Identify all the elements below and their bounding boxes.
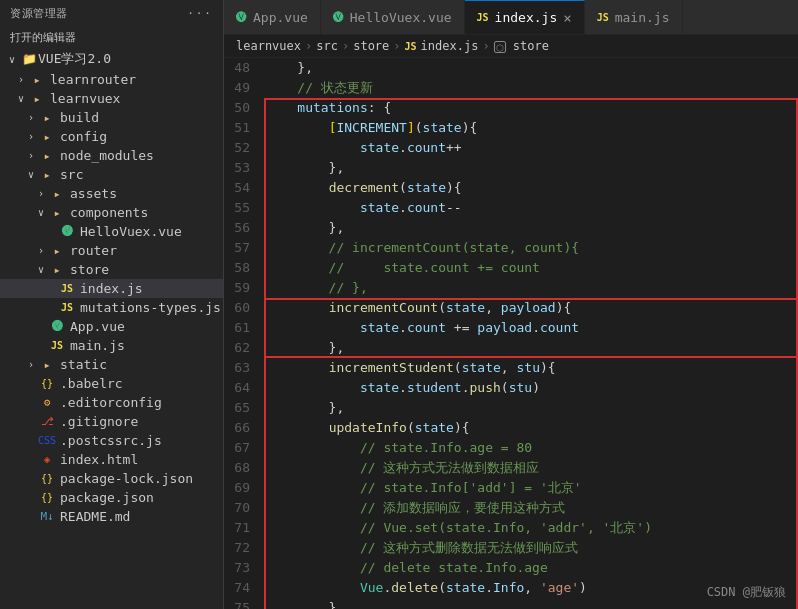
folder-arrow-icon: › bbox=[34, 245, 48, 256]
tab-index-js[interactable]: JSindex.js× bbox=[465, 0, 585, 34]
line-number: 58 bbox=[224, 258, 266, 278]
sidebar-item-node_modules[interactable]: ›▸node_modules bbox=[0, 146, 223, 165]
sidebar-item-label: .postcssrc.js bbox=[60, 433, 223, 448]
folder-icon: ▸ bbox=[38, 358, 56, 372]
token: . bbox=[399, 380, 407, 395]
token: ( bbox=[407, 420, 415, 435]
line-row: 68 // 这种方式无法做到数据相应 bbox=[224, 458, 798, 478]
line-number: 60 bbox=[224, 298, 266, 318]
line-row: 61 state.count += payload.count bbox=[224, 318, 798, 338]
sidebar-item-package-lock.json[interactable]: {}package-lock.json bbox=[0, 469, 223, 488]
sidebar-item-.babelrc[interactable]: {}.babelrc bbox=[0, 374, 223, 393]
token: // incrementCount(state, count){ bbox=[266, 240, 579, 255]
folder-icon: ▸ bbox=[48, 263, 66, 277]
token: state bbox=[360, 140, 399, 155]
token: }, bbox=[266, 60, 321, 75]
tab-hello-vuex[interactable]: 🅥HelloVuex.vue bbox=[321, 0, 465, 34]
token: 'age' bbox=[540, 580, 579, 595]
token: ++ bbox=[446, 140, 462, 155]
tab-main-js[interactable]: JSmain.js bbox=[585, 0, 683, 34]
line-number: 75 bbox=[224, 598, 266, 609]
tab-app-vue[interactable]: 🅥App.vue bbox=[224, 0, 321, 34]
line-content: state.student.push(stu) bbox=[266, 378, 798, 398]
line-number: 68 bbox=[224, 458, 266, 478]
token: state bbox=[446, 300, 485, 315]
sidebar-item-learnvuex[interactable]: ∨▸learnvuex bbox=[0, 89, 223, 108]
token: count bbox=[407, 140, 446, 155]
line-content: }, bbox=[266, 218, 798, 238]
token: ){ bbox=[540, 360, 556, 375]
tab-label: App.vue bbox=[253, 10, 308, 25]
line-content: // }, bbox=[266, 278, 798, 298]
sidebar-item-store[interactable]: ∨▸store bbox=[0, 260, 223, 279]
breadcrumb-file: index.js bbox=[421, 39, 479, 53]
sidebar-item-HelloVuex.vue[interactable]: 🅥HelloVuex.vue bbox=[0, 222, 223, 241]
line-number: 54 bbox=[224, 178, 266, 198]
line-row: 53 }, bbox=[224, 158, 798, 178]
sidebar-item-static[interactable]: ›▸static bbox=[0, 355, 223, 374]
sidebar-item-index.html[interactable]: ◈index.html bbox=[0, 450, 223, 469]
line-number: 61 bbox=[224, 318, 266, 338]
line-row: 62 }, bbox=[224, 338, 798, 358]
sidebar-item-index.js[interactable]: JSindex.js bbox=[0, 279, 223, 298]
line-number: 74 bbox=[224, 578, 266, 598]
tab-js-icon: JS bbox=[477, 12, 489, 23]
token: INCREMENT bbox=[336, 120, 406, 135]
sidebar-item-config[interactable]: ›▸config bbox=[0, 127, 223, 146]
token: payload bbox=[477, 320, 532, 335]
sidebar-item-label: package.json bbox=[60, 490, 223, 505]
line-row: 72 // 这种方式删除数据无法做到响应式 bbox=[224, 538, 798, 558]
sidebar-item-learnrouter[interactable]: ›▸learnrouter bbox=[0, 70, 223, 89]
sidebar-item-src[interactable]: ∨▸src bbox=[0, 165, 223, 184]
sidebar-item-.postcssrc.js[interactable]: CSS.postcssrc.js bbox=[0, 431, 223, 450]
sidebar-item-label: index.js bbox=[80, 281, 223, 296]
token: count bbox=[540, 320, 579, 335]
token: mutations bbox=[297, 100, 367, 115]
sidebar-item-mutations-types.js[interactable]: JSmutations-types.js bbox=[0, 298, 223, 317]
sidebar-item-main.js[interactable]: JSmain.js bbox=[0, 336, 223, 355]
token: state bbox=[360, 380, 399, 395]
sidebar-item-components[interactable]: ∨▸components bbox=[0, 203, 223, 222]
line-row: 49 // 状态更新 bbox=[224, 78, 798, 98]
token: }, bbox=[266, 400, 344, 415]
sidebar-title: 资源管理器 bbox=[10, 6, 68, 21]
line-number: 55 bbox=[224, 198, 266, 218]
token: state bbox=[407, 180, 446, 195]
sidebar-item-package.json[interactable]: {}package.json bbox=[0, 488, 223, 507]
json-icon: {} bbox=[38, 492, 56, 503]
line-row: 54 decrement(state){ bbox=[224, 178, 798, 198]
token bbox=[266, 300, 329, 315]
line-content: state.count += payload.count bbox=[266, 318, 798, 338]
sidebar-item-assets[interactable]: ›▸assets bbox=[0, 184, 223, 203]
sidebar-item-label: .editorconfig bbox=[60, 395, 223, 410]
sidebar-more-icon[interactable]: ··· bbox=[187, 7, 213, 20]
line-row: 56 }, bbox=[224, 218, 798, 238]
sidebar-item-label: store bbox=[70, 262, 223, 277]
token: state bbox=[360, 320, 399, 335]
sidebar-item-build[interactable]: ›▸build bbox=[0, 108, 223, 127]
json-icon: {} bbox=[38, 473, 56, 484]
sidebar-item-label: assets bbox=[70, 186, 223, 201]
line-row: 69 // state.Info['add'] = '北京' bbox=[224, 478, 798, 498]
sidebar-item-label: mutations-types.js bbox=[80, 300, 223, 315]
token: count bbox=[407, 200, 446, 215]
folder-icon: ▸ bbox=[38, 149, 56, 163]
sidebar-item-project[interactable]: ∨📁VUE学习2.0 bbox=[0, 48, 223, 70]
token bbox=[266, 380, 360, 395]
sidebar-item-router[interactable]: ›▸router bbox=[0, 241, 223, 260]
breadcrumb-item: store bbox=[353, 39, 389, 53]
js-icon: JS bbox=[58, 283, 76, 294]
line-content: mutations: { bbox=[266, 98, 798, 118]
token: ) bbox=[532, 380, 540, 395]
sidebar-item-.editorconfig[interactable]: ⚙.editorconfig bbox=[0, 393, 223, 412]
token: , bbox=[501, 360, 517, 375]
sidebar-item-.gitignore[interactable]: ⎇.gitignore bbox=[0, 412, 223, 431]
sidebar-item-App.vue[interactable]: 🅥App.vue bbox=[0, 317, 223, 336]
project-label: VUE学习2.0 bbox=[38, 50, 223, 68]
breadcrumb-sep: › bbox=[305, 39, 312, 53]
tabs-bar: 🅥App.vue🅥HelloVuex.vueJSindex.js×JSmain.… bbox=[224, 0, 798, 35]
sidebar-item-README.md[interactable]: M↓README.md bbox=[0, 507, 223, 526]
token: -- bbox=[446, 200, 462, 215]
tab-close-icon[interactable]: × bbox=[563, 11, 571, 25]
token: , bbox=[485, 300, 501, 315]
